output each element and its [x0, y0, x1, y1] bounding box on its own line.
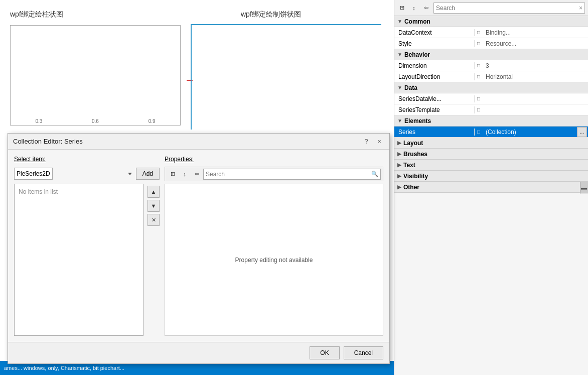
- dialog-footer: OK Cancel: [8, 342, 389, 363]
- category-row-behavior[interactable]: ▼Behavior: [394, 49, 588, 60]
- props-toolbar-filter-btn[interactable]: ⇦: [191, 169, 202, 180]
- list-area-row: No items in list ▲ ▼ ✕: [14, 184, 160, 336]
- select-item-label: Select item:: [14, 156, 160, 163]
- prop-indicator: □: [475, 60, 483, 71]
- property-row[interactable]: SeriesDataMe... □: [394, 93, 588, 104]
- item-dropdown[interactable]: PieSeries2D: [14, 168, 53, 180]
- dialog-titlebar: Collection Editor: Series ? ×: [8, 134, 389, 150]
- category-row-layout[interactable]: ▶Layout: [394, 138, 588, 149]
- category-row-other[interactable]: ▶Other: [394, 182, 588, 193]
- props-search-icon: 🔍: [371, 171, 378, 177]
- props-toolbar: ⊞ ↕ ⇦ 🔍: [165, 167, 383, 181]
- props-search-clear-icon[interactable]: ×: [579, 5, 582, 12]
- category-arrow: ▼: [397, 118, 402, 123]
- props-panel-grid-btn[interactable]: ⊞: [396, 3, 407, 14]
- prop-name: Dimension: [394, 62, 475, 69]
- category-name: Brushes: [403, 151, 427, 158]
- prop-indicator: □: [475, 27, 483, 38]
- select-item-row: PieSeries2D Add: [14, 168, 160, 180]
- category-name: Text: [403, 162, 415, 169]
- move-down-btn[interactable]: ▼: [148, 200, 160, 212]
- prop-name: SeriesTemplate: [394, 106, 475, 113]
- category-name: Layout: [403, 140, 423, 147]
- move-up-btn[interactable]: ▲: [148, 186, 160, 198]
- props-toolbar-grid-btn[interactable]: ⊞: [167, 169, 178, 180]
- arrow-design-area: →: [185, 74, 195, 86]
- prop-name: LayoutDirection: [394, 73, 475, 80]
- dialog-title: Collection Editor: Series: [13, 138, 83, 145]
- category-name: Visibility: [403, 173, 428, 180]
- category-arrow: ▶: [397, 140, 401, 146]
- prop-value: 3: [483, 62, 588, 69]
- prop-name: Style: [394, 40, 475, 47]
- prop-value: Resource...: [483, 40, 588, 47]
- category-arrow: ▼: [397, 52, 402, 57]
- chart-frame-vertical: [191, 24, 192, 130]
- props-dialog-search-input[interactable]: [206, 171, 371, 178]
- prop-value: Horizontal: [483, 73, 588, 80]
- ruler-marks-left: 0.3 0.6 0.9: [11, 117, 180, 125]
- prop-indicator: □: [475, 127, 483, 137]
- props-toolbar-sort-btn[interactable]: ↕: [179, 169, 190, 180]
- props-search-input[interactable]: [436, 5, 579, 12]
- prop-indicator: □: [475, 38, 483, 49]
- property-row[interactable]: SeriesTemplate □: [394, 104, 588, 115]
- dialog-close-btn[interactable]: ×: [374, 137, 384, 147]
- prop-indicator: □: [475, 93, 483, 104]
- prop-indicator: □: [475, 104, 483, 115]
- dialog-controls: ? ×: [361, 137, 384, 147]
- property-row[interactable]: Style □ Resource...: [394, 38, 588, 49]
- category-arrow: ▼: [397, 19, 402, 24]
- category-name: Behavior: [404, 51, 430, 58]
- collection-editor-dialog: Collection Editor: Series ? × Select ite…: [8, 133, 390, 364]
- props-panel-filter-btn[interactable]: ⇦: [420, 3, 431, 14]
- side-tab[interactable]: ▐: [580, 182, 588, 193]
- prop-value: (Collection): [483, 129, 577, 136]
- prop-name: SeriesDataMe...: [394, 95, 475, 102]
- prop-name: DataContext: [394, 29, 475, 36]
- category-arrow: ▶: [397, 173, 401, 179]
- category-name: Other: [403, 184, 419, 191]
- category-row-elements[interactable]: ▼Elements: [394, 115, 588, 127]
- category-row-visibility[interactable]: ▶Visibility: [394, 171, 588, 182]
- prop-indicator: □: [475, 71, 483, 82]
- properties-label: Properties:: [165, 156, 383, 163]
- chart-left: 0.3 0.6 0.9: [10, 25, 181, 126]
- add-button[interactable]: Add: [136, 168, 160, 180]
- design-label-left: wpf绑定绘柱状图: [10, 10, 63, 19]
- category-arrow: ▶: [397, 184, 401, 190]
- category-arrow: ▼: [397, 85, 402, 90]
- category-name: Common: [404, 18, 430, 25]
- category-row-brushes[interactable]: ▶Brushes: [394, 149, 588, 160]
- no-items-text: No items in list: [19, 188, 58, 195]
- cancel-button[interactable]: Cancel: [344, 346, 383, 359]
- properties-panel: ⊞ ↕ ⇦ × ▼Common DataContext □ Binding...…: [394, 0, 588, 375]
- items-list: No items in list: [14, 184, 143, 336]
- ok-button[interactable]: OK: [310, 346, 339, 359]
- list-arrows: ▲ ▼ ✕: [148, 184, 160, 336]
- property-row[interactable]: Dimension □ 3: [394, 60, 588, 71]
- props-search-box: ×: [433, 3, 585, 14]
- dialog-left-panel: Select item: PieSeries2D Add No items in…: [14, 156, 160, 336]
- props-panel-sort-btn[interactable]: ↕: [408, 3, 419, 14]
- category-row-common[interactable]: ▼Common: [394, 16, 588, 27]
- property-row[interactable]: DataContext □ Binding...: [394, 27, 588, 38]
- property-editing-text: Property editing not available: [235, 257, 313, 264]
- design-label-right: wpf绑定绘制饼状图: [241, 10, 301, 19]
- property-row[interactable]: LayoutDirection □ Horizontal: [394, 71, 588, 82]
- chart-frame-horizontal: [191, 24, 381, 25]
- prop-name: Series: [394, 129, 475, 136]
- category-arrow: ▶: [397, 162, 401, 168]
- remove-btn[interactable]: ✕: [148, 214, 160, 226]
- category-name: Data: [404, 84, 417, 91]
- prop-value: Binding...: [483, 29, 588, 36]
- props-content-area: Property editing not available: [165, 184, 383, 336]
- category-row-data[interactable]: ▼Data: [394, 82, 588, 93]
- category-name: Elements: [404, 117, 431, 124]
- dialog-help-btn[interactable]: ?: [361, 137, 371, 147]
- category-row-text[interactable]: ▶Text: [394, 160, 588, 171]
- property-row[interactable]: Series □ (Collection) ...: [394, 127, 588, 138]
- prop-collection-btn[interactable]: ...: [577, 127, 587, 137]
- category-arrow: ▶: [397, 151, 401, 157]
- dropdown-arrow-icon: [128, 173, 132, 175]
